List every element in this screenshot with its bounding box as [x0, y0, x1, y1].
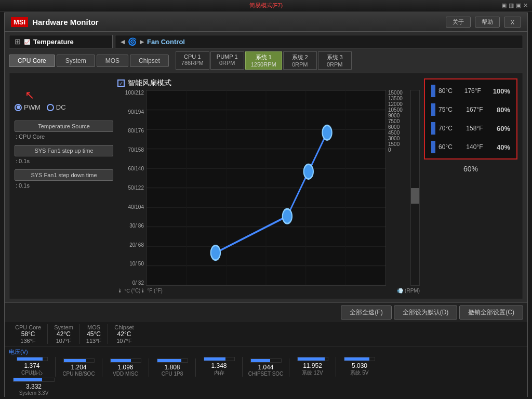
dc-option[interactable]: DC — [47, 103, 66, 111]
voltage-bar-container-5v — [344, 357, 375, 361]
temp-unit-f: 🌡 °F (°F) — [140, 288, 162, 294]
voltage-bar-vdd — [111, 359, 131, 362]
voltage-bar-12v — [298, 357, 325, 361]
main-window: MSI Hardware Monitor 关于 帮助 X ⊞ 📈 Tempera… — [4, 12, 528, 397]
fan-tab-sys3[interactable]: 系统 3 0RPM — [318, 51, 352, 70]
scrollbar-thumb[interactable] — [411, 188, 419, 204]
temp-row-70[interactable]: 70°C 158°F 60% — [427, 119, 514, 138]
topbar-icon1: ▣ — [501, 2, 507, 9]
temp-row-80[interactable]: 80°C 176°F 100% — [427, 82, 514, 100]
top-bar: 简易模式(F7) ▣ ▥ ▣ ✕ — [0, 0, 532, 11]
y-axis-left: 100/212 90/194 80/176 70/158 60/140 50/1… — [117, 90, 146, 286]
voltage-section: 电压(V) 1.374 CPU核心 1.204 — [5, 347, 527, 397]
temp-table: 80°C 176°F 100% 75°C 167°F 80% — [424, 78, 517, 159]
voltage-bar-33v — [14, 378, 42, 381]
temp-values-75: 75°C 167°F 80% — [438, 106, 510, 114]
fan-tab-pump1[interactable]: PUMP 1 0RPM — [210, 51, 244, 70]
fan-tab-cpu1[interactable]: CPU 1 786RPM — [176, 51, 209, 70]
pwm-option[interactable]: PWM — [15, 103, 41, 111]
chart-canvas[interactable] — [146, 90, 386, 286]
voltage-bar-1p8 — [157, 359, 181, 362]
voltage-cpu-1p8: 1.808 CPU 1P8 — [149, 358, 196, 377]
temp-expand-icon[interactable]: ⊞ — [15, 37, 21, 46]
svg-line-17 — [287, 171, 309, 216]
voltage-sys12v: 11.952 系统 12V — [289, 357, 336, 377]
sensor-row: CPU Core 58°C 136°F System 42°C 107°F MO… — [5, 322, 527, 347]
fan-tabs: CPU 1 786RPM PUMP 1 0RPM 系统 1 1250RPM 系统… — [176, 51, 352, 70]
help-button[interactable]: 帮助 — [475, 17, 500, 28]
chart-scrollbar[interactable] — [410, 90, 420, 286]
temperature-header: ⊞ 📈 Temperature — [9, 35, 113, 48]
voltage-bar-mem — [204, 357, 226, 361]
sensor-chipset: Chipset 42°C 107°F — [108, 324, 140, 344]
step-up-button[interactable]: SYS Fan1 step up time — [15, 145, 113, 156]
chart-footer: 🌡 ℃ (°C) 🌡 °F (°F) 💨 (RPM) — [117, 288, 420, 294]
sensor-mos: MOS 45°C 113°F — [80, 324, 108, 344]
temp-row-75[interactable]: 75°C 167°F 80% — [427, 100, 514, 119]
temp-values-80: 80°C 176°F 100% — [438, 87, 510, 95]
temp-unit-c: 🌡 ℃ (°C) — [117, 288, 140, 294]
fan-chart-svg — [147, 90, 385, 285]
topbar-icon3: ▣ — [516, 2, 521, 9]
sensor-cpu-core: CPU Core 58°C 136°F — [9, 324, 48, 344]
svg-point-21 — [304, 164, 313, 179]
topbar-label: 简易模式(F7) — [249, 2, 283, 9]
voltage-label: 电压(V) — [9, 348, 523, 356]
voltage-row2: 3.332 System 3.3V — [9, 378, 523, 396]
voltage-sys33v: 3.332 System 3.3V — [9, 378, 59, 396]
temp-graph-icon: 📈 — [24, 39, 30, 45]
chart-title: 智能风扇模式 — [128, 78, 171, 88]
step-up-group: SYS Fan1 step up time : 0.1s — [15, 145, 113, 164]
tab-system[interactable]: System — [57, 55, 95, 67]
topbar-icon2: ▥ — [509, 2, 514, 9]
step-up-value: : 0.1s — [15, 158, 113, 164]
fan-tab-sys1[interactable]: 系统 1 1250RPM — [245, 51, 282, 70]
voltage-bar-container-nb — [63, 358, 95, 363]
tab-mos[interactable]: MOS — [97, 55, 128, 67]
smart-fan-checkbox[interactable]: ✓ — [117, 79, 125, 87]
set-default-button[interactable]: 全部设为默认(D) — [394, 305, 458, 320]
voltage-sys5v: 5.030 系统 5V — [336, 357, 383, 377]
fan-tab-sys2[interactable]: 系统 2 0RPM — [283, 51, 317, 70]
bottom-section: 全部全速(F) 全部设为默认(D) 撤销全部设置(C) CPU Core 58°… — [5, 302, 527, 397]
full-speed-button[interactable]: 全部全速(F) — [341, 305, 391, 320]
fan-control-label: Fan Control — [147, 38, 185, 46]
chart-title-row: ✓ 智能风扇模式 — [117, 78, 420, 88]
dc-label: DC — [56, 103, 66, 111]
tab-chipset[interactable]: Chipset — [130, 55, 169, 67]
voltage-bar-cpu — [17, 357, 43, 361]
voltage-bar-container-33v — [13, 378, 55, 382]
temp-bar-60 — [431, 141, 435, 153]
svg-point-19 — [211, 245, 220, 260]
pwm-dc-row: PWM DC — [15, 103, 113, 111]
topbar-controls: ▣ ▥ ▣ ✕ — [501, 2, 528, 9]
voltage-bar-chipsoc — [251, 359, 271, 362]
dc-radio[interactable] — [47, 104, 54, 111]
fan-nav-arrow[interactable]: ◀ — [121, 38, 125, 45]
cancel-all-button[interactable]: 撤销全部设置(C) — [459, 305, 523, 320]
action-bar: 全部全速(F) 全部设为默认(D) 撤销全部设置(C) — [5, 303, 527, 322]
step-down-button[interactable]: SYS Fan1 step down time — [15, 169, 113, 181]
temp-source-value: : CPU Core — [15, 134, 113, 140]
temp-source-button[interactable]: Temperature Source — [15, 121, 113, 132]
tab-cpu-core[interactable]: CPU Core — [9, 55, 55, 67]
temp-row-60[interactable]: 60°C 140°F 40% — [427, 138, 514, 156]
voltage-chipset-soc: 1.044 CHIPSET SOC — [243, 358, 289, 377]
voltage-bar-container-mem — [204, 357, 235, 361]
voltage-bar-container-cpu — [17, 357, 48, 361]
temp-values-70: 70°C 158°F 60% — [438, 125, 510, 132]
window-title: Hardware Monitor — [32, 18, 99, 26]
pwm-radio[interactable] — [15, 104, 22, 111]
temperature-label: Temperature — [33, 38, 74, 46]
about-button[interactable]: 关于 — [446, 17, 471, 28]
voltage-cpu-nb-soc: 1.204 CPU NB/SOC — [56, 358, 102, 377]
fan-nav-arrow2[interactable]: ▶ — [140, 38, 144, 45]
voltage-vdd-misc: 1.096 VDD MISC — [102, 358, 149, 377]
msi-logo: MSI — [11, 17, 28, 27]
title-bar: MSI Hardware Monitor 关于 帮助 X — [5, 13, 527, 32]
close-button[interactable]: X — [504, 17, 521, 28]
top-section: ⊞ 📈 Temperature ◀ 🌀 ▶ Fan Control CPU Co… — [5, 32, 527, 302]
voltage-bar-nb — [64, 359, 87, 362]
temp-bar-70 — [431, 122, 435, 135]
fan-control-header: ◀ 🌀 ▶ Fan Control — [115, 35, 523, 48]
